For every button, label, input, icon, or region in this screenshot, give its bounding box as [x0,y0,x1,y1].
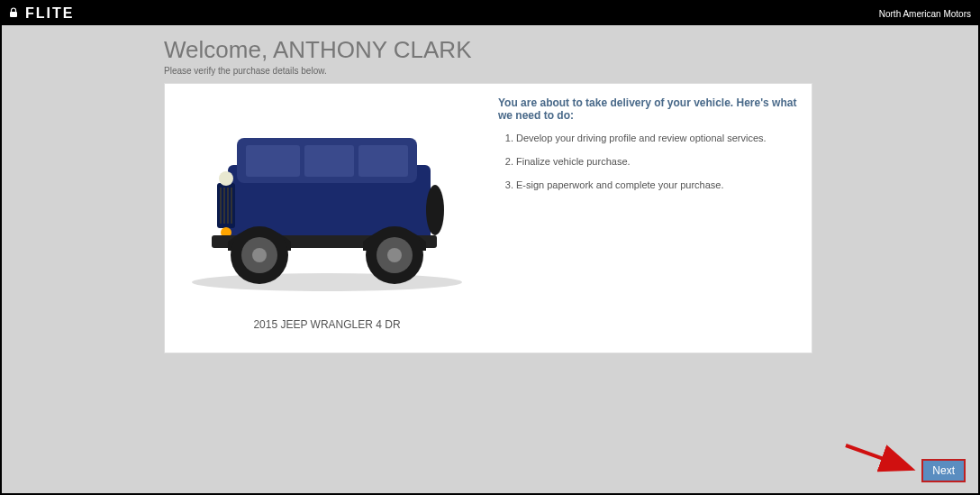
welcome-name: ANTHONY CLARK [273,36,472,63]
dealer-name: North American Motors [879,9,971,19]
top-bar: FLITE North American Motors [2,2,978,25]
verify-subtext: Please verify the purchase details below… [164,66,816,76]
step-item: E-sign paperwork and complete your purch… [516,179,803,190]
logo-text: FLITE [25,5,74,22]
steps-list: Develop your driving profile and review … [498,133,803,190]
instructions-heading: You are about to take delivery of your v… [498,96,803,122]
step-item: Develop your driving profile and review … [516,133,803,143]
svg-point-20 [387,248,402,262]
vehicle-image [174,93,480,300]
svg-rect-4 [246,145,300,177]
vehicle-name: 2015 JEEP WRANGLER 4 DR [253,318,400,331]
svg-point-17 [252,248,267,262]
card-right: You are about to take delivery of your v… [498,93,803,344]
svg-rect-0 [10,12,17,17]
content-wrapper: Welcome, ANTHONY CLARK Please verify the… [2,25,978,353]
card-left: 2015 JEEP WRANGLER 4 DR [174,93,480,344]
svg-point-1 [192,273,462,291]
main-card: 2015 JEEP WRANGLER 4 DR You are about to… [164,83,812,353]
next-button[interactable]: Next [921,459,966,482]
svg-rect-5 [304,145,354,177]
svg-line-23 [846,445,909,468]
topbar-left: FLITE [9,5,74,22]
annotation-arrow-icon [841,441,922,477]
logo: FLITE [25,5,74,22]
welcome-prefix: Welcome, [164,36,273,63]
svg-rect-6 [358,145,408,177]
lock-icon [9,7,18,21]
svg-point-12 [219,171,233,186]
step-item: Finalize vehicle purchase. [516,156,803,167]
svg-point-21 [426,185,444,235]
welcome-heading: Welcome, ANTHONY CLARK [164,36,816,64]
